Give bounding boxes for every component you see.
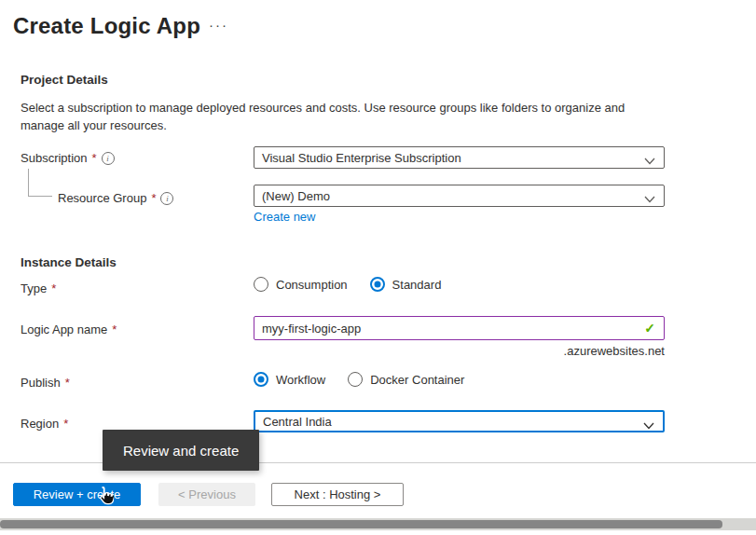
logic-app-name-label: Logic App name *	[21, 322, 117, 336]
radio-selected-icon	[370, 277, 385, 292]
publish-label: Publish *	[21, 376, 70, 390]
radio-selected-icon	[254, 372, 268, 387]
domain-suffix: .azurewebsites.net	[254, 344, 665, 358]
type-radio-group: Consumption Standard	[254, 277, 441, 292]
horizontal-scrollbar-thumb[interactable]	[0, 520, 722, 528]
resource-group-dropdown[interactable]: (New) Demo	[254, 185, 665, 207]
region-dropdown[interactable]: Central India	[254, 410, 665, 432]
next-hosting-button[interactable]: Next : Hosting >	[271, 483, 404, 506]
horizontal-scrollbar[interactable]	[0, 518, 756, 530]
review-and-create-tooltip: Review and create	[103, 430, 259, 471]
more-options-icon[interactable]: ···	[209, 17, 228, 33]
region-label: Region *	[21, 417, 68, 431]
chevron-down-icon	[643, 418, 654, 432]
type-label: Type *	[21, 281, 56, 295]
create-logic-app-page: Create Logic App ··· Project Details Sel…	[0, 0, 756, 535]
logic-app-name-input[interactable]: myy-first-logic-app ✓	[254, 316, 665, 340]
previous-button: < Previous	[158, 483, 255, 506]
required-asterisk: *	[63, 417, 68, 431]
subscription-dropdown[interactable]: Visual Studio Enterprise Subscription	[254, 146, 665, 169]
required-asterisk: *	[92, 151, 97, 165]
required-asterisk: *	[151, 191, 156, 205]
publish-radio-group: Workflow Docker Container	[254, 372, 464, 387]
required-asterisk: *	[65, 376, 70, 390]
info-icon[interactable]	[160, 192, 173, 205]
subscription-label: Subscription *	[21, 151, 115, 165]
radio-icon	[348, 372, 363, 387]
radio-consumption[interactable]: Consumption	[254, 277, 348, 292]
checkmark-icon: ✓	[644, 321, 655, 336]
instance-details-heading: Instance Details	[21, 255, 117, 269]
radio-icon	[254, 277, 268, 292]
radio-workflow[interactable]: Workflow	[254, 372, 325, 387]
indent-connector	[28, 169, 52, 197]
required-asterisk: *	[51, 281, 56, 295]
resource-group-label: Resource Group *	[58, 191, 173, 205]
chevron-down-icon	[644, 192, 655, 206]
radio-docker-container[interactable]: Docker Container	[348, 372, 464, 387]
review-create-button[interactable]: Review + create	[13, 483, 141, 506]
required-asterisk: *	[112, 322, 117, 336]
project-details-description: Select a subscription to manage deployed…	[21, 99, 643, 134]
project-details-heading: Project Details	[21, 73, 108, 87]
chevron-down-icon	[644, 154, 655, 168]
create-new-link[interactable]: Create new	[254, 210, 315, 224]
page-title: Create Logic App	[13, 13, 200, 39]
info-icon[interactable]	[102, 152, 115, 165]
radio-standard[interactable]: Standard	[370, 277, 442, 292]
